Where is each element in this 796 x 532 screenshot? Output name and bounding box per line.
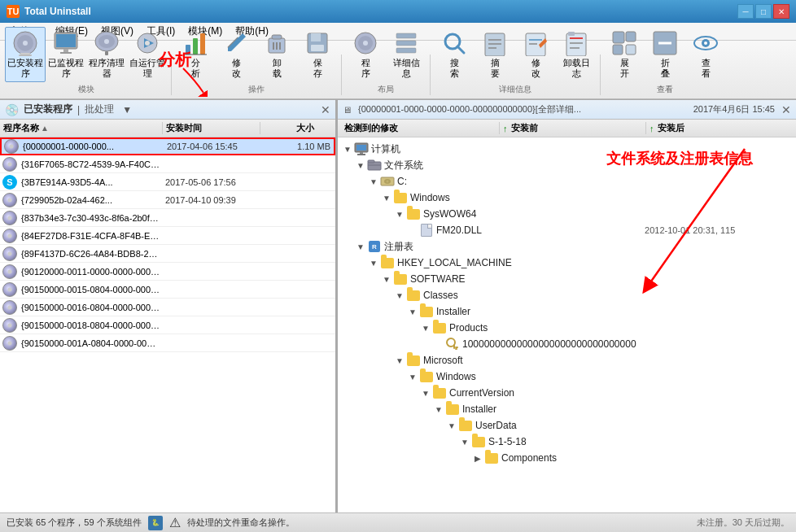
program-row[interactable]: {90150000-0015-0804-0000-0000000FF1CE} bbox=[0, 281, 335, 299]
toggle-syswow64[interactable]: ▼ bbox=[393, 207, 406, 220]
tb-modify[interactable]: 修改 bbox=[216, 27, 256, 82]
toggle-components[interactable]: ▶ bbox=[471, 451, 484, 464]
svg-point-15 bbox=[145, 41, 150, 46]
tree-classes-label: Classes bbox=[423, 290, 458, 301]
tb-expand-icon bbox=[611, 30, 637, 56]
tb-cleaner[interactable]: 程序清理器 bbox=[86, 27, 127, 82]
program-row[interactable]: {837b34e3-7c30-493c-8f6a-2b0f04e2912c} bbox=[0, 209, 335, 227]
tree-installer-cv[interactable]: ▼ Installer bbox=[338, 401, 796, 417]
prog-icon-9 bbox=[0, 300, 20, 315]
minimize-button[interactable]: ─ bbox=[737, 4, 754, 19]
program-row[interactable]: {90150000-001A-0804-0000-0000000FF1CE} bbox=[0, 334, 335, 352]
tree-windows-reg[interactable]: ▼ Windows bbox=[338, 368, 796, 385]
tb-analyze[interactable]: 分析 bbox=[175, 27, 216, 82]
toggle-c-drive[interactable]: ▼ bbox=[367, 175, 380, 188]
tree-windows-label: Windows bbox=[410, 192, 450, 203]
filter-icon[interactable]: ▼ bbox=[122, 104, 132, 116]
tree-microsoft[interactable]: ▼ Microsoft bbox=[338, 352, 796, 368]
tb-search-icon bbox=[441, 30, 467, 56]
toggle-userdata[interactable]: ▼ bbox=[445, 419, 458, 432]
tree-computer-label: 计算机 bbox=[371, 142, 400, 156]
tree-computer[interactable]: ▼ 计算机 bbox=[338, 141, 796, 157]
toolbar-group-layout: 程序 详细信息 布局 bbox=[345, 27, 426, 95]
program-row[interactable]: {90120000-0011-0000-0000-0000000FF1CE} bbox=[0, 263, 335, 281]
batch-process-label[interactable]: 批处理 bbox=[85, 102, 114, 116]
toggle-hklm[interactable]: ▼ bbox=[367, 256, 380, 269]
prog-icon-2: S bbox=[0, 175, 20, 190]
tb-installed[interactable]: 已安装程序 bbox=[5, 27, 46, 82]
toggle-computer[interactable]: ▼ bbox=[341, 142, 354, 155]
tb-view-look[interactable]: 查看 bbox=[685, 27, 726, 82]
tree-software[interactable]: ▼ SOFTWARE bbox=[338, 271, 796, 287]
program-row[interactable]: {90150000-0018-0804-0000-0000000FF1CE} bbox=[0, 316, 335, 334]
tb-uninstall[interactable]: 卸载 bbox=[256, 27, 297, 82]
col-header-name: 程序名称 ▲ bbox=[0, 122, 163, 134]
program-row[interactable]: {316F7065-8C72-4539-9A-F40CD253A32A} bbox=[0, 155, 335, 173]
svg-rect-8 bbox=[60, 52, 72, 54]
toggle-currentversion[interactable]: ▼ bbox=[419, 386, 432, 399]
tb-collapse[interactable]: 折叠 bbox=[645, 27, 685, 82]
tb-program[interactable]: 程序 bbox=[345, 27, 386, 82]
toggle-registry[interactable]: ▼ bbox=[354, 240, 367, 253]
program-row[interactable]: {7299052b-02a4-462... 2017-04-10 09:39 bbox=[0, 191, 335, 209]
tree-software-label: SOFTWARE bbox=[410, 273, 466, 285]
tree-currentversion[interactable]: ▼ CurrentVersion bbox=[338, 385, 796, 401]
tree-hklm[interactable]: ▼ HKEY_LOCAL_MACHINE bbox=[338, 255, 796, 271]
tree-components[interactable]: ▶ Components bbox=[338, 450, 796, 466]
software-folder-icon bbox=[393, 273, 408, 286]
tb-save[interactable]: 保存 bbox=[297, 27, 338, 82]
tb-edit-modify[interactable]: 修改 bbox=[515, 27, 556, 82]
tree-products[interactable]: ▼ Products bbox=[338, 320, 796, 336]
tree-userdata[interactable]: ▼ UserData bbox=[338, 417, 796, 434]
status-installed: 已安装 65 个程序，59 个系统组件 bbox=[7, 517, 142, 529]
tree-windows[interactable]: ▼ Windows bbox=[338, 190, 796, 206]
status-right: 未注册。30 天后过期。 bbox=[697, 517, 789, 529]
left-panel-close[interactable]: ✕ bbox=[321, 103, 330, 116]
tb-autorun[interactable]: 自运行管理 bbox=[127, 27, 168, 82]
program-row[interactable]: {90150000-0016-0804-0000-0000000FF1CE} bbox=[0, 299, 335, 316]
toggle-filesystem[interactable]: ▼ bbox=[354, 159, 367, 172]
tb-monitor-icon bbox=[53, 30, 79, 56]
prog-name-8: {90150000-0015-0804-0000-0000000FF1CE} bbox=[20, 285, 162, 294]
program-row[interactable]: {00000001-0000-000... 2017-04-06 15:45 1… bbox=[0, 137, 335, 155]
tree-filesystem-label: 文件系统 bbox=[384, 159, 423, 172]
tree-key-product[interactable]: ▶ 10000000000000000000000000000000 bbox=[338, 336, 796, 352]
tb-search[interactable]: 搜索 bbox=[434, 27, 475, 82]
program-row[interactable]: {84EF27D8-F31E-4CFA-8F4B-EB434B001A63} bbox=[0, 227, 335, 245]
tree-microsoft-label: Microsoft bbox=[423, 355, 463, 366]
right-panel-close[interactable]: ✕ bbox=[781, 103, 791, 116]
toggle-windows[interactable]: ▼ bbox=[380, 191, 393, 204]
toggle-products[interactable]: ▼ bbox=[419, 321, 432, 334]
tb-uninstall-log[interactable]: 卸载日志 bbox=[556, 27, 597, 82]
tree-filesystem[interactable]: ▼ 文件系统 bbox=[338, 157, 796, 173]
tree-syswow64[interactable]: ▼ SysWOW64 bbox=[338, 206, 796, 222]
program-row[interactable]: {89F4137D-6C26-4A84-BDB8-2E5A4BB71E00} bbox=[0, 245, 335, 263]
toggle-windows-reg[interactable]: ▼ bbox=[406, 370, 419, 383]
status-left: 已安装 65 个程序，59 个系统组件 🐍 ⚠ 待处理的文件重命名操作。 bbox=[7, 515, 295, 530]
tb-expand[interactable]: 展开 bbox=[604, 27, 645, 82]
tree-area[interactable]: ▼ 计算机 ▼ 文件系统 bbox=[338, 137, 796, 512]
tree-installer-classes[interactable]: ▼ Installer bbox=[338, 303, 796, 320]
toggle-installer-classes[interactable]: ▼ bbox=[406, 305, 419, 318]
maximize-button[interactable]: □ bbox=[755, 4, 772, 19]
prog-icon-4 bbox=[0, 211, 20, 225]
tb-summary[interactable]: 摘要 bbox=[475, 27, 515, 82]
tree-syswow64-label: SysWOW64 bbox=[423, 208, 476, 220]
tb-details[interactable]: 详细信息 bbox=[386, 27, 426, 82]
tb-monitor[interactable]: 已监视程序 bbox=[46, 27, 86, 82]
tree-c-drive[interactable]: ▼ C: bbox=[338, 173, 796, 190]
tree-classes[interactable]: ▼ Classes bbox=[338, 287, 796, 303]
tb-summary-label: 摘要 bbox=[491, 58, 500, 79]
toggle-installer-cv[interactable]: ▼ bbox=[432, 403, 445, 416]
toggle-classes[interactable]: ▼ bbox=[393, 289, 406, 302]
title-controls: ─ □ ✕ bbox=[737, 4, 789, 19]
tree-fm20dll[interactable]: ▶ FM20.DLL 2012-10-01 20:31, 115 bbox=[338, 222, 796, 238]
toggle-s1518[interactable]: ▼ bbox=[458, 435, 471, 448]
close-button[interactable]: ✕ bbox=[773, 4, 789, 19]
tree-registry[interactable]: ▼ R 注册表 bbox=[338, 238, 796, 255]
program-list[interactable]: {00000001-0000-000... 2017-04-06 15:45 1… bbox=[0, 137, 335, 512]
toggle-software[interactable]: ▼ bbox=[380, 273, 393, 286]
toggle-microsoft[interactable]: ▼ bbox=[393, 354, 406, 367]
tree-s1518[interactable]: ▼ S-1-5-18 bbox=[338, 434, 796, 450]
program-row[interactable]: S {3B7E914A-93D5-4A... 2017-05-06 17:56 bbox=[0, 173, 335, 191]
